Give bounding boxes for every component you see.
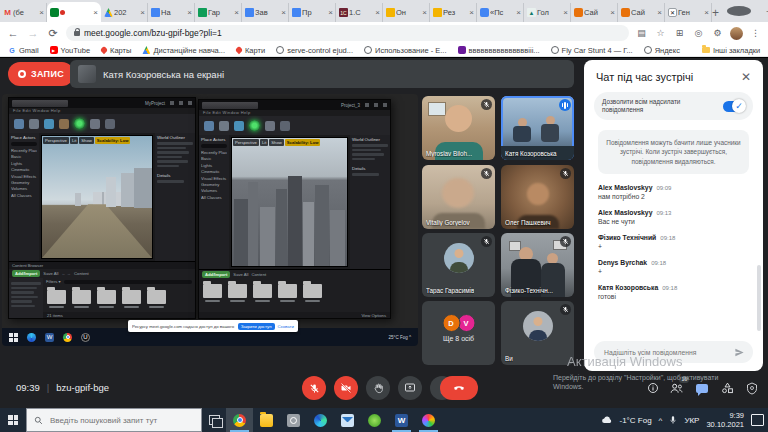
bookmark[interactable]: вввввввввввввввііі... [458,46,540,55]
self-tile[interactable]: Ви [501,301,574,365]
tab-close-icon[interactable]: × [140,8,145,17]
participant-tile-active-speaker[interactable]: Катя Козоровська [501,96,574,160]
stop-sharing-button[interactable]: Закрити доступ [238,323,275,330]
bookmark[interactable]: Fly Car Stunt 4 — Г... [551,46,633,55]
forward-button[interactable]: → [26,27,40,39]
ue-place-actors-panel: Place Actors Recently PlacedBasicLightsC… [199,135,229,269]
back-button[interactable]: ← [6,27,20,39]
taskbar-search-input[interactable] [48,415,194,426]
taskbar-word[interactable]: W [388,408,415,432]
tab-close-icon[interactable]: × [234,8,239,17]
new-tab-button[interactable]: + [712,3,719,22]
taskbar-green-app[interactable] [361,408,388,432]
browser-update-icon[interactable] [727,6,751,16]
taskbar-edge[interactable] [307,408,334,432]
tab-close-icon[interactable]: × [375,8,380,17]
reload-button[interactable]: ⟳ [46,27,60,40]
star-icon[interactable]: ☆ [654,28,667,38]
weather-text[interactable]: -1°C Fog [620,416,652,425]
start-button[interactable] [0,408,26,432]
send-icon[interactable] [734,347,745,358]
taskbar-misc-app[interactable] [415,408,442,432]
taskbar-chrome[interactable] [226,408,253,432]
tab-close-icon[interactable]: × [516,8,521,17]
present-screen-button[interactable] [398,376,422,400]
browser-tab[interactable]: Пр × [289,3,336,22]
tab-close-icon[interactable]: × [281,8,286,17]
tab-close-icon[interactable]: × [563,8,568,17]
browser-tab[interactable]: (бе × [0,3,47,22]
more-participants-tile[interactable]: D V Ще 8 осіб [422,301,495,365]
activities-icon[interactable] [719,381,735,395]
browser-tab[interactable]: 202 × [101,3,148,22]
participant-tile[interactable]: Фізико-Технічн... [501,233,574,297]
browser-tab[interactable]: Зав × [242,3,289,22]
tab-close-icon[interactable]: × [422,8,427,17]
tab-close-icon[interactable]: × [187,8,192,17]
tab-close-icon[interactable]: × [39,8,44,17]
taskbar-file-explorer[interactable] [253,408,280,432]
tab-close-icon[interactable]: × [469,8,474,17]
chat-close-icon[interactable]: ✕ [741,70,751,84]
tab-close-icon[interactable]: × [704,8,709,17]
tab-close-icon[interactable]: × [610,8,615,17]
bookmark[interactable]: YouTube [50,46,90,55]
browser-tab[interactable]: Гар × [195,3,242,22]
participant-tile[interactable]: Олег Пашкевич [501,165,574,229]
bookmark[interactable]: Gmail [8,46,39,55]
tab-close-icon[interactable]: × [93,8,98,17]
task-view-button[interactable] [202,408,226,432]
language-indicator[interactable]: УКР [684,416,699,425]
participant-tile[interactable]: Myroslav Biloh... [422,96,495,160]
tab-label: Рез [443,8,468,17]
cast-icon[interactable]: ▤ [635,28,648,38]
extensions-icon[interactable]: ⚙ [711,28,724,38]
menu-kebab-icon[interactable]: ⋮ [749,28,762,38]
participant-tile[interactable]: Vitaliy Goryelov [422,165,495,229]
other-bookmarks[interactable]: Інші закладки [702,46,760,55]
browser-tab[interactable]: Сай × [618,3,665,22]
bookmark[interactable]: Карты [101,46,131,55]
minimize-button[interactable]: — [759,0,768,22]
ue-search-bar [11,142,37,146]
browser-tab[interactable]: На × [148,3,195,22]
browser-tab[interactable]: «Пс × [477,3,524,22]
save-icon[interactable]: ⊞ [673,28,686,38]
raise-hand-button[interactable] [366,376,390,400]
address-bar[interactable]: meet.google.com/bzu-gpif-bge?pli=1 [66,25,629,41]
profile-avatar[interactable] [730,27,743,40]
taskbar-password-safe[interactable] [280,408,307,432]
bookmark[interactable]: Дистанційне навча... [142,46,225,55]
taskbar-search[interactable] [26,408,202,432]
action-center-icon[interactable] [751,414,764,426]
camera-toggle-button[interactable] [334,376,358,400]
browser-tab[interactable]: × [47,2,101,22]
bookmark[interactable]: Яндекс [644,46,680,55]
tray-expand-icon[interactable]: ^ [659,416,663,425]
taskbar-clock[interactable]: 9:39 30.10.2021 [706,411,744,430]
browser-tab[interactable]: Гол × [524,3,571,22]
mic-toggle-button[interactable] [302,376,326,400]
bookmark[interactable]: serve-control ejud... [276,46,353,55]
taskbar-mail[interactable] [334,408,361,432]
participant-tile[interactable]: Тарас Гарасимів [422,233,495,297]
bookmark[interactable]: Использование - Е... [364,46,447,55]
hide-share-bar-link[interactable]: Сховати [278,324,295,329]
bookmark[interactable]: Карти [236,46,265,55]
leave-call-button[interactable] [440,376,478,400]
browser-tab[interactable]: Сай × [571,3,618,22]
presenting-chip[interactable]: Катя Козоровська на екрані [70,60,574,88]
ue-view-options: View Options [361,313,386,318]
media-icon[interactable]: ◎ [692,28,705,38]
host-controls-icon[interactable] [744,381,760,395]
tab-close-icon[interactable]: × [328,8,333,17]
browser-tab[interactable]: 1.С × [336,3,383,22]
tab-close-icon[interactable]: × [657,8,662,17]
browser-tab[interactable]: Он × [383,3,430,22]
screen-share-video[interactable]: MyProject File Edit Window Help Place A [2,94,418,346]
tray-mic-icon[interactable] [669,415,677,425]
browser-tab[interactable]: Рез × [430,3,477,22]
browser-tab[interactable]: Ген × [665,3,712,22]
allow-messages-toggle[interactable] [723,101,745,112]
chat-scrollbar[interactable] [757,265,761,331]
